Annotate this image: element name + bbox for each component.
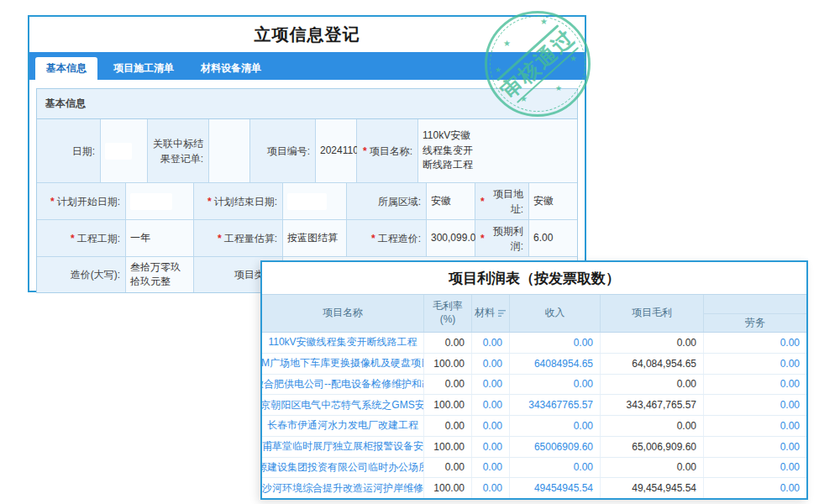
field-label: *预期利润: <box>475 220 529 257</box>
column-material[interactable]: 材料 <box>472 295 510 332</box>
profit-table-row: 北京朝阳区电气中芯特气系统之GMS安装100.000.00343467765.5… <box>262 395 806 416</box>
project-link[interactable]: 北京朝阳区电气中芯特气系统之GMS安装 <box>262 395 424 415</box>
cell-income[interactable]: 343467765.57 <box>510 395 601 415</box>
required-asterisk: * <box>207 194 212 209</box>
cell-income[interactable]: 0.00 <box>510 375 601 395</box>
field-label: 关联中标结果登记单: <box>148 119 209 183</box>
project-link[interactable]: SM广场地下车库更换摄像机及硬盘项目 <box>262 354 424 374</box>
redacted-value <box>287 193 327 210</box>
cell-material[interactable]: 0.00 <box>472 437 510 457</box>
sort-icon[interactable] <box>498 309 507 318</box>
profit-table-row: SM广场地下车库更换摄像机及硬盘项目100.000.0064084954.656… <box>262 354 806 375</box>
field-value[interactable]: 安徽 <box>427 183 475 220</box>
profit-table-row: 成都能源建设集团投资有限公司临时办公场所装修改0.000.000.000.000… <box>262 458 806 479</box>
cell-gross-margin: 100.00 <box>424 395 472 415</box>
field-label: *项目地址: <box>475 183 529 220</box>
field-label: *工程工期: <box>37 220 126 257</box>
cell-material[interactable]: 0.00 <box>472 478 510 498</box>
column-income: 收入 <box>510 295 601 332</box>
field-value[interactable]: 安徽 <box>529 183 577 220</box>
field-value[interactable] <box>126 183 194 220</box>
cell-income[interactable]: 64084954.65 <box>510 354 601 374</box>
cell-labor[interactable]: 0.00 <box>704 333 806 353</box>
field-value[interactable]: 6.00 <box>529 220 577 257</box>
required-asterisk: * <box>480 231 485 246</box>
cell-gross-margin: 100.00 <box>424 478 472 498</box>
field-value[interactable]: 按蓝图结算 <box>283 220 347 257</box>
cell-project-profit: 0.00 <box>601 375 704 395</box>
project-link[interactable]: 长春市伊通河水力发电厂改建工程 <box>262 416 424 436</box>
field-value[interactable]: 一年 <box>126 220 194 257</box>
tab-basic-info[interactable]: 基本信息 <box>35 57 97 80</box>
cell-material[interactable]: 0.00 <box>472 395 510 415</box>
cell-project-profit: 343,467,765.57 <box>601 395 704 415</box>
profit-table: 项目名称 毛利率 (%) 材料 收入 项目毛利 劳务 110kV安徽线 <box>262 294 806 498</box>
cell-gross-margin: 0.00 <box>424 333 472 353</box>
project-link[interactable]: 110kV安徽线程集变开断线路工程 <box>262 333 424 353</box>
tab-construction-list[interactable]: 项目施工清单 <box>102 57 185 80</box>
cell-material[interactable]: 0.00 <box>472 354 510 374</box>
cell-gross-margin: 0.00 <box>424 458 472 478</box>
cell-project-profit: 65,006,909.60 <box>601 437 704 457</box>
profit-table-header: 项目名称 毛利率 (%) 材料 收入 项目毛利 劳务 <box>262 294 806 333</box>
cell-project-profit: 0.00 <box>601 333 704 353</box>
column-labor-group: 劳务 <box>704 295 806 332</box>
cell-gross-margin: 100.00 <box>424 437 472 457</box>
section-title: 基本信息 <box>37 89 577 119</box>
cell-project-profit: 0.00 <box>601 416 704 436</box>
column-labor: 劳务 <box>704 314 806 333</box>
cell-labor[interactable]: 0.00 <box>704 375 806 395</box>
field-label: *计划开始日期: <box>37 183 126 220</box>
cell-labor[interactable]: 0.00 <box>704 354 806 374</box>
cell-labor[interactable]: 0.00 <box>704 437 806 457</box>
cell-income[interactable]: 65006909.60 <box>510 437 601 457</box>
cell-labor[interactable]: 0.00 <box>704 458 806 478</box>
field-value[interactable] <box>209 119 250 183</box>
field-label: *工程造价: <box>347 220 427 257</box>
required-asterisk: * <box>218 231 222 246</box>
profit-table-body: 110kV安徽线程集变开断线路工程0.000.000.000.000.00SM广… <box>262 333 806 498</box>
project-registration-panel: 立项信息登记 基本信息 项目施工清单 材料设备清单 基本信息 日期:关联中标结果… <box>28 15 586 292</box>
profit-table-row: 成都沙河环境综合提升改造运河护岸维修改造100.000.0049454945.5… <box>262 478 806 498</box>
cell-income[interactable]: 49454945.54 <box>510 478 601 498</box>
field-label: 日期: <box>37 119 101 183</box>
profit-table-title: 项目利润表（按发票取数） <box>262 262 806 294</box>
field-label: 所属区域: <box>347 183 427 220</box>
field-label: 项目编号: <box>250 119 316 183</box>
cell-project-profit: 49,454,945.54 <box>601 478 704 498</box>
cell-material[interactable]: 0.00 <box>472 375 510 395</box>
cell-income[interactable]: 0.00 <box>510 416 601 436</box>
cell-material[interactable]: 0.00 <box>472 458 510 478</box>
project-link[interactable]: 成都沙河环境综合提升改造运河护岸维修改造 <box>262 478 424 498</box>
column-project-profit: 项目毛利 <box>601 295 704 332</box>
profit-table-panel: 项目利润表（按发票取数） 项目名称 毛利率 (%) 材料 收入 项目毛利 <box>260 260 808 500</box>
required-asterisk: * <box>480 194 485 209</box>
required-asterisk: * <box>50 194 55 209</box>
cell-income[interactable]: 0.00 <box>510 458 601 478</box>
cell-gross-margin: 100.00 <box>424 354 472 374</box>
field-value[interactable] <box>283 183 347 220</box>
project-link[interactable]: 成都杜甫草堂临时展厅独立展柜报警设备安装项目 <box>262 437 424 457</box>
project-link[interactable]: 安徽合肥供电公司--配电设备检修维护和改造 <box>262 375 424 395</box>
tab-bar: 基本信息 项目施工清单 材料设备清单 <box>29 52 585 80</box>
field-value[interactable]: 叁拾万零玖拾玖元整 <box>126 257 194 292</box>
column-gross-margin: 毛利率 (%) <box>424 295 472 332</box>
field-value[interactable]: 2024110002 <box>316 119 357 183</box>
field-value[interactable]: 110kV安徽线程集变开断线路工程 <box>418 119 577 183</box>
cell-material[interactable]: 0.00 <box>472 416 510 436</box>
tab-material-equipment-list[interactable]: 材料设备清单 <box>190 57 272 80</box>
cell-labor[interactable]: 0.00 <box>704 416 806 436</box>
cell-labor[interactable]: 0.00 <box>704 478 806 498</box>
redacted-value <box>105 143 132 160</box>
field-label: 造价(大写): <box>37 257 126 292</box>
form-row: *计划开始日期:*计划结束日期:所属区域:安徽*项目地址:安徽 <box>37 183 577 220</box>
page: 立项信息登记 基本信息 项目施工清单 材料设备清单 基本信息 日期:关联中标结果… <box>0 0 840 504</box>
cell-labor[interactable]: 0.00 <box>704 395 806 415</box>
cell-income[interactable]: 0.00 <box>510 333 601 353</box>
field-value[interactable]: 300,099.00 <box>427 220 475 257</box>
required-asterisk: * <box>71 231 75 246</box>
cell-material[interactable]: 0.00 <box>472 333 510 353</box>
project-link[interactable]: 成都能源建设集团投资有限公司临时办公场所装修改 <box>262 458 424 478</box>
field-value[interactable] <box>101 119 148 183</box>
cell-project-profit: 0.00 <box>601 458 704 478</box>
